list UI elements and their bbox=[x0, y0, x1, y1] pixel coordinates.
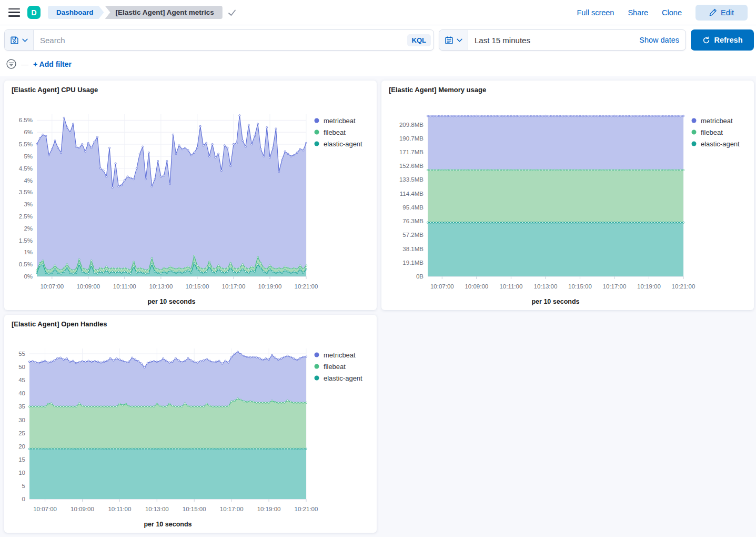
panel-title: [Elastic Agent] CPU Usage bbox=[4, 81, 377, 96]
svg-text:114.4MB: 114.4MB bbox=[400, 191, 424, 197]
svg-text:10:09:00: 10:09:00 bbox=[465, 283, 488, 290]
svg-text:76.3MB: 76.3MB bbox=[402, 218, 424, 224]
search-input[interactable] bbox=[34, 30, 407, 50]
legend-item-metricbeat[interactable]: metricbeat bbox=[315, 351, 356, 358]
svg-text:10:09:00: 10:09:00 bbox=[70, 506, 94, 512]
svg-text:10:09:00: 10:09:00 bbox=[76, 283, 100, 290]
panel-title: [Elastic Agent] Memory usage bbox=[381, 81, 754, 96]
svg-text:20: 20 bbox=[18, 443, 25, 449]
svg-text:15: 15 bbox=[18, 456, 25, 462]
svg-text:133.5MB: 133.5MB bbox=[399, 176, 424, 183]
svg-text:per 10 seconds: per 10 seconds bbox=[144, 521, 191, 528]
svg-text:10:15:00: 10:15:00 bbox=[183, 506, 206, 512]
svg-text:10:13:00: 10:13:00 bbox=[145, 506, 169, 512]
svg-text:5%: 5% bbox=[24, 153, 33, 160]
share-button[interactable]: Share bbox=[628, 8, 648, 17]
time-range-value[interactable]: Last 15 minutes bbox=[468, 36, 633, 45]
kql-language-button[interactable]: KQL bbox=[407, 34, 431, 46]
svg-text:10:19:00: 10:19:00 bbox=[637, 283, 661, 290]
clone-button[interactable]: Clone bbox=[662, 8, 682, 17]
svg-text:40: 40 bbox=[18, 390, 25, 396]
svg-text:35: 35 bbox=[18, 403, 25, 410]
legend-item-elastic-agent[interactable]: elastic-agent bbox=[315, 374, 363, 382]
svg-text:10: 10 bbox=[18, 469, 25, 475]
svg-text:elastic-agent: elastic-agent bbox=[324, 140, 362, 148]
svg-text:metricbeat: metricbeat bbox=[701, 117, 733, 125]
svg-text:25: 25 bbox=[18, 430, 25, 436]
svg-text:filebeat: filebeat bbox=[701, 128, 723, 136]
show-dates-button[interactable]: Show dates bbox=[633, 36, 686, 44]
panel-open-handles: [Elastic Agent] Open Handles 05101520253… bbox=[4, 315, 377, 533]
refresh-icon bbox=[702, 36, 710, 44]
svg-text:0%: 0% bbox=[24, 273, 33, 280]
edit-button-label: Edit bbox=[721, 8, 734, 17]
svg-text:95.4MB: 95.4MB bbox=[402, 204, 424, 211]
svg-text:10:13:00: 10:13:00 bbox=[149, 283, 173, 290]
svg-text:19.1MB: 19.1MB bbox=[402, 260, 424, 266]
refresh-button-label: Refresh bbox=[714, 36, 743, 44]
add-filter-button[interactable]: + Add filter bbox=[33, 60, 72, 68]
svg-text:10:19:00: 10:19:00 bbox=[257, 506, 281, 512]
filter-options-icon[interactable] bbox=[6, 59, 16, 69]
svg-text:1.5%: 1.5% bbox=[19, 237, 33, 244]
legend-item-elastic-agent[interactable]: elastic-agent bbox=[692, 140, 740, 148]
breadcrumb-current-page: [Elastic Agent] Agent metrics bbox=[105, 6, 223, 19]
svg-text:10:19:00: 10:19:00 bbox=[258, 283, 282, 290]
date-picker-menu-button[interactable] bbox=[439, 30, 468, 50]
dashboard-grid: [Elastic Agent] CPU Usage 0%0.5%1%1.5%2%… bbox=[0, 76, 756, 537]
svg-text:10:11:00: 10:11:00 bbox=[113, 283, 136, 290]
memory-usage-chart[interactable]: 0B19.1MB38.1MB57.2MB76.3MB95.4MB114.4MB1… bbox=[384, 96, 752, 309]
legend-item-filebeat[interactable]: filebeat bbox=[692, 128, 723, 136]
svg-text:4.5%: 4.5% bbox=[19, 165, 33, 172]
svg-text:209.8MB: 209.8MB bbox=[399, 122, 424, 128]
query-bar: KQL Last 15 minutes Show dates Refresh bbox=[0, 25, 756, 55]
saved-query-menu-button[interactable] bbox=[5, 30, 34, 50]
space-avatar[interactable]: D bbox=[27, 6, 41, 19]
svg-text:filebeat: filebeat bbox=[324, 128, 346, 136]
full-screen-button[interactable]: Full screen bbox=[577, 8, 614, 17]
filter-divider: — bbox=[21, 60, 28, 68]
svg-text:30: 30 bbox=[18, 416, 25, 423]
legend-item-filebeat[interactable]: filebeat bbox=[315, 128, 346, 136]
breadcrumb: Dashboard [Elastic Agent] Agent metrics bbox=[48, 6, 236, 19]
svg-text:1%: 1% bbox=[24, 249, 33, 255]
svg-text:filebeat: filebeat bbox=[324, 362, 346, 370]
svg-text:190.7MB: 190.7MB bbox=[399, 135, 424, 142]
chevron-down-icon bbox=[457, 38, 462, 42]
legend-item-filebeat[interactable]: filebeat bbox=[315, 362, 346, 370]
menu-hamburger-icon[interactable] bbox=[8, 8, 20, 17]
svg-text:per 10 seconds: per 10 seconds bbox=[147, 298, 195, 305]
svg-text:2%: 2% bbox=[24, 225, 33, 232]
legend-item-elastic-agent[interactable]: elastic-agent bbox=[315, 140, 363, 148]
breadcrumb-dashboard[interactable]: Dashboard bbox=[48, 6, 104, 19]
svg-text:10:07:00: 10:07:00 bbox=[40, 283, 64, 290]
legend-item-metricbeat[interactable]: metricbeat bbox=[692, 117, 733, 125]
saved-check-icon bbox=[228, 9, 236, 16]
calendar-icon bbox=[445, 36, 453, 45]
search-control: KQL bbox=[4, 29, 434, 51]
pencil-icon bbox=[709, 8, 717, 16]
svg-text:10:11:00: 10:11:00 bbox=[499, 283, 522, 290]
svg-text:6.5%: 6.5% bbox=[19, 117, 33, 123]
svg-text:elastic-agent: elastic-agent bbox=[701, 140, 740, 148]
svg-text:0.5%: 0.5% bbox=[19, 261, 33, 267]
edit-button[interactable]: Edit bbox=[695, 5, 748, 21]
svg-text:metricbeat: metricbeat bbox=[324, 117, 356, 125]
cpu-usage-chart[interactable]: 0%0.5%1%1.5%2%2.5%3%3.5%4%4.5%5%5.5%6%6.… bbox=[6, 96, 375, 309]
svg-text:5.5%: 5.5% bbox=[19, 141, 33, 147]
open-handles-chart[interactable]: 051015202530354045505510:07:0010:09:0010… bbox=[6, 331, 375, 532]
legend-item-metricbeat[interactable]: metricbeat bbox=[315, 117, 356, 125]
svg-text:55: 55 bbox=[18, 351, 25, 357]
svg-text:10:17:00: 10:17:00 bbox=[220, 506, 244, 512]
svg-text:metricbeat: metricbeat bbox=[324, 351, 356, 358]
svg-text:0: 0 bbox=[22, 496, 25, 502]
svg-text:10:21:00: 10:21:00 bbox=[295, 506, 318, 512]
svg-text:6%: 6% bbox=[24, 129, 33, 135]
svg-text:171.7MB: 171.7MB bbox=[399, 149, 424, 155]
refresh-button[interactable]: Refresh bbox=[691, 29, 754, 51]
svg-text:10:17:00: 10:17:00 bbox=[222, 283, 246, 290]
time-range-control: Last 15 minutes Show dates bbox=[439, 29, 686, 51]
svg-text:45: 45 bbox=[18, 377, 25, 383]
panel-title: [Elastic Agent] Open Handles bbox=[4, 315, 377, 331]
filter-bar: — + Add filter bbox=[0, 55, 756, 76]
